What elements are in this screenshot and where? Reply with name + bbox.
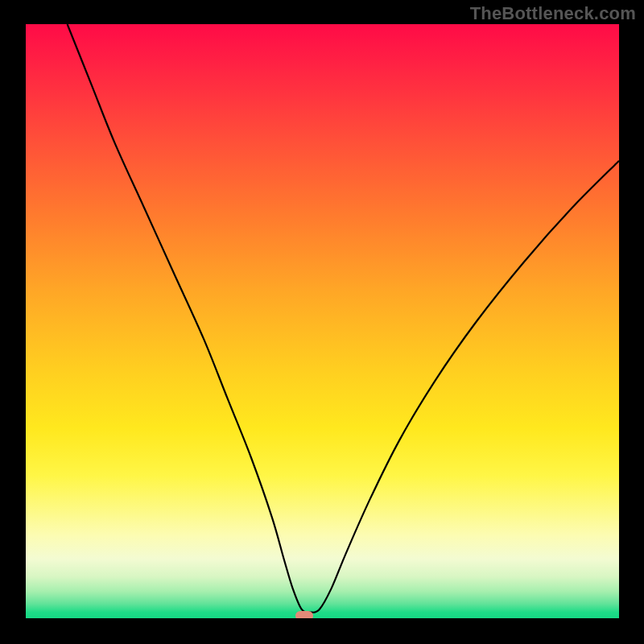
plot-area [26,24,619,618]
chart-frame: TheBottleneck.com [0,0,644,644]
optimal-point-marker [295,611,313,618]
bottleneck-curve [68,24,619,613]
watermark-text: TheBottleneck.com [470,3,636,24]
curve-svg [26,24,619,618]
